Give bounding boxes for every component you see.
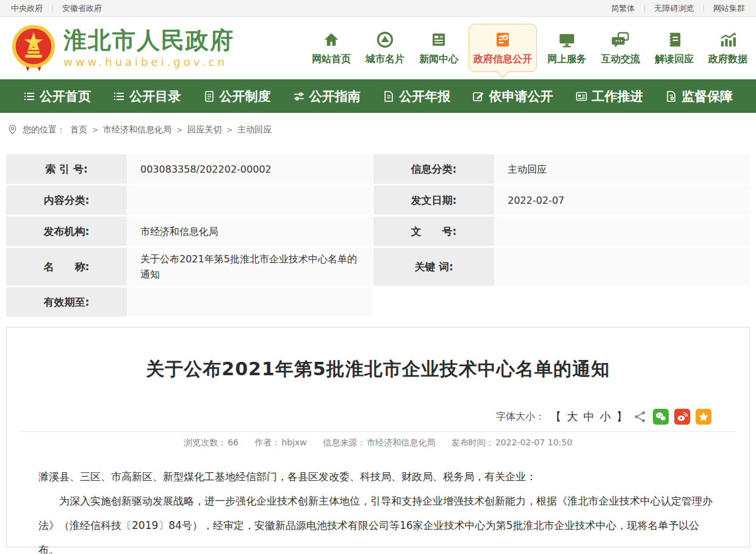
document-icon xyxy=(203,90,215,103)
navbar-item-supervision[interactable]: 监督保障 xyxy=(665,88,733,105)
nav-item-city-card[interactable]: 城市名片 xyxy=(365,31,405,66)
home-icon xyxy=(322,31,340,49)
article-toolbar: 字体大小： 【 大 中 小 】 xyxy=(7,409,749,425)
link-anhui-gov[interactable]: 安徽省政府 xyxy=(62,3,102,14)
breadcrumb-bureau[interactable]: 市经济和信息化局 xyxy=(103,124,171,135)
row-value xyxy=(128,185,372,215)
navbar-item-open-system[interactable]: 公开制度 xyxy=(203,88,271,105)
location-pin-icon xyxy=(7,124,18,135)
nav-item-interaction[interactable]: 互动交流 xyxy=(601,31,640,66)
nav-item-label: 互动交流 xyxy=(601,53,640,66)
wechat-share-button[interactable] xyxy=(653,409,669,425)
meta-label: 发布时间： xyxy=(452,437,494,447)
toolbar-divider xyxy=(19,431,737,432)
navbar-item-open-guide[interactable]: 公开指南 xyxy=(293,88,361,105)
nav-item-gov-data[interactable]: 政府数据 xyxy=(708,31,747,66)
meta-value: 2022-02-07 10:50 xyxy=(495,437,572,447)
nav-item-interpretation[interactable]: 解读回应 xyxy=(655,31,694,66)
nav-item-label: 政府信息公开 xyxy=(473,53,532,66)
meta-label: 浏览次数： xyxy=(184,437,226,447)
national-emblem-logo xyxy=(10,24,57,73)
navbar-item-open-home[interactable]: 公开首页 xyxy=(23,88,91,105)
table-row-info-category: 信息分类: 主动回应 xyxy=(373,154,750,184)
navbar-item-annual-report[interactable]: 公开年报 xyxy=(383,88,450,105)
breadcrumb-prefix: 您的位置： xyxy=(23,124,65,135)
breadcrumb-response-section[interactable]: 回应关切 xyxy=(187,124,221,135)
nav-item-gov-info-disclosure[interactable]: 政府信息公开 xyxy=(469,24,537,72)
qzone-share-button[interactable] xyxy=(696,409,711,425)
info-table-left-column: 索 引 号: 003083358/202202-00002 内容分类: 发布机构… xyxy=(6,154,372,318)
weibo-icon xyxy=(676,411,688,423)
list-icon xyxy=(113,90,125,103)
row-label: 名 称: xyxy=(6,248,128,286)
nav-item-label: 政府数据 xyxy=(708,53,747,66)
nav-item-online-service[interactable]: 网上服务 xyxy=(547,31,586,66)
row-value: 003083358/202202-00002 xyxy=(128,154,372,184)
table-row-issue-date: 发文日期: 2022-02-07 xyxy=(373,185,750,215)
meta-value: 66 xyxy=(228,437,239,447)
navbar-item-label: 公开制度 xyxy=(220,88,271,105)
list-icon xyxy=(23,90,35,103)
font-size-large-button[interactable]: 大 xyxy=(567,409,578,424)
topbar-separator: ｜ xyxy=(700,3,707,13)
table-row-valid-until: 有效期至: xyxy=(6,287,372,317)
table-row-doc-number: 文 号: xyxy=(373,217,750,246)
link-accessibility[interactable]: 无障碍浏览 xyxy=(654,3,694,14)
header-nav: 网站首页 城市名片 新闻中心 政府信息公开 网上服务 互动交流 解读回应 政府 xyxy=(312,30,747,67)
font-size-medium-button[interactable]: 中 xyxy=(583,409,594,424)
row-label: 内容分类: xyxy=(6,185,128,215)
news-icon xyxy=(430,31,448,49)
topbar-left-links: 中央政府 ｜ 安徽省政府 xyxy=(11,3,102,14)
navbar-item-label: 公开指南 xyxy=(309,88,361,105)
interaction-icon xyxy=(611,31,630,49)
row-value: 市经济和信息化局 xyxy=(128,217,372,246)
city-card-icon xyxy=(376,31,394,49)
row-value xyxy=(495,248,750,286)
font-size-bracket: 】 xyxy=(616,409,627,424)
nav-item-label: 网上服务 xyxy=(547,53,586,66)
nav-item-label: 城市名片 xyxy=(365,53,405,66)
navbar-item-open-catalog[interactable]: 公开目录 xyxy=(113,88,181,105)
share-icon[interactable] xyxy=(633,409,647,424)
row-label: 关键 词: xyxy=(373,248,495,286)
wechat-icon xyxy=(655,411,667,423)
row-label: 索 引 号: xyxy=(6,154,128,184)
row-value: 主动回应 xyxy=(495,154,750,184)
link-site-cluster[interactable]: 网站集群 xyxy=(713,3,745,14)
breadcrumb: 您的位置： 首页 > 市经济和信息化局 > 回应关切 > 主动回应 xyxy=(0,113,756,146)
meta-label: 作者： xyxy=(254,437,280,447)
table-row-keywords: 关键 词: xyxy=(373,248,750,286)
row-value xyxy=(495,217,750,246)
disclosure-navbar: 公开首页 公开目录 公开制度 公开指南 公开年报 依申请公开 工作推进 监督保障 xyxy=(0,79,756,113)
meta-publish-time: 发布时间：2022-02-07 10:50 xyxy=(452,437,572,447)
topbar-right-links: 简繁体 ｜ 无障碍浏览 ｜ 网站集群 xyxy=(611,3,745,14)
meta-views: 浏览次数：66 xyxy=(184,437,239,447)
navbar-item-label: 公开年报 xyxy=(399,88,450,105)
link-simplified-traditional[interactable]: 简繁体 xyxy=(611,3,635,14)
meta-value: 市经济和信息化局 xyxy=(367,437,435,447)
paragraph-recipients: 濉溪县、三区、市高新区、新型煤化工基地经信部门，各县区发改委、科技局、财政局、税… xyxy=(38,464,718,489)
article-body: 濉溪县、三区、市高新区、新型煤化工基地经信部门，各县区发改委、科技局、财政局、税… xyxy=(7,448,749,554)
table-row-index-number: 索 引 号: 003083358/202202-00002 xyxy=(6,154,372,184)
meta-source: 信息来源：市经济和信息化局 xyxy=(323,437,435,447)
info-table-right-column: 信息分类: 主动回应 发文日期: 2022-02-07 文 号: 关键 词: xyxy=(373,154,750,287)
table-row-title: 名 称: 关于公布2021年第5批淮北市企业技术中心名单的通知 xyxy=(6,248,372,286)
navbar-item-work-progress[interactable]: 工作推进 xyxy=(575,88,643,105)
navbar-item-apply-disclosure[interactable]: 依申请公开 xyxy=(472,88,553,105)
sliders-icon xyxy=(293,90,305,103)
row-label: 发布机构: xyxy=(6,217,128,246)
topbar-separator: ｜ xyxy=(641,3,648,13)
nav-item-home[interactable]: 网站首页 xyxy=(312,31,351,66)
link-central-gov[interactable]: 中央政府 xyxy=(11,3,43,14)
navbar-item-label: 公开首页 xyxy=(40,88,91,105)
document-info-table: 索 引 号: 003083358/202202-00002 内容分类: 发布机构… xyxy=(6,154,750,318)
breadcrumb-home[interactable]: 首页 xyxy=(70,124,87,135)
meta-label: 信息来源： xyxy=(323,437,365,447)
card-icon xyxy=(575,90,588,103)
font-size-small-button[interactable]: 小 xyxy=(600,409,611,424)
weibo-share-button[interactable] xyxy=(674,409,690,425)
nav-item-news-center[interactable]: 新闻中心 xyxy=(419,31,458,66)
breadcrumb-active-response[interactable]: 主动回应 xyxy=(237,124,272,135)
site-identity: 淮北市人民政府 www.huaibei.gov.cn xyxy=(63,28,234,68)
breadcrumb-separator: > xyxy=(92,126,98,134)
